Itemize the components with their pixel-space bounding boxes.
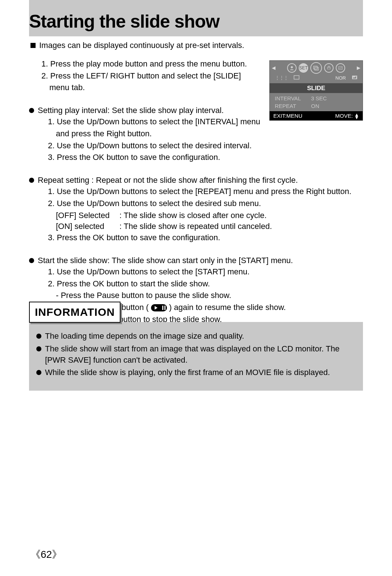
svg-point-0 (291, 66, 293, 68)
move-label: MOVE: ▲▼ (335, 112, 359, 120)
svg-rect-2 (315, 67, 318, 70)
round-bullet-icon (36, 370, 41, 375)
start-head: Start the slide show: The slide show can… (38, 255, 293, 266)
start-step-1: 1. Use the Up/Down buttons to select the… (48, 266, 363, 278)
svg-rect-3 (327, 67, 330, 69)
repeat-head: Repeat setting : Repeat or not the slide… (38, 175, 298, 186)
round-bullet-icon (29, 178, 34, 183)
grid-icon: ⋮⋮⋮ (275, 74, 288, 82)
person-icon (287, 63, 297, 73)
lcd-sub-row: ⋮⋮⋮ NOR (270, 74, 363, 83)
slide-icon (310, 62, 322, 74)
interval-step-3: 3. Press the OK button to save the confi… (48, 152, 363, 163)
lcd-bottom-bar: EXIT:MENU MOVE: ▲▼ (270, 111, 363, 120)
rect-icon (294, 74, 299, 82)
round-bullet-icon (29, 258, 34, 263)
information-box: INFORMATION The loading time depends on … (29, 302, 363, 391)
interval-head: Setting play interval: Set the slide sho… (38, 105, 224, 116)
start-sub-1: - Press the Pause button to pause the sl… (56, 290, 363, 301)
interval-step-2: 2. Use the Up/Down buttons to select the… (48, 140, 363, 152)
main-content: Images can be displayed continuously at … (29, 40, 363, 326)
repeat-step-1: 1. Use the Up/Down buttons to select the… (48, 186, 363, 197)
nor-label: NOR (335, 75, 346, 81)
info-title: INFORMATION (29, 302, 121, 323)
round-bullet-icon (36, 334, 41, 339)
svg-rect-1 (314, 66, 317, 69)
svg-rect-6 (294, 76, 299, 79)
exit-label: EXIT:MENU (273, 112, 302, 120)
svg-rect-7 (352, 76, 357, 79)
info-title-wrap: INFORMATION (29, 302, 121, 323)
updown-icon: ▲▼ (354, 113, 359, 119)
repeat-step-2: 2. Use the Up/Down buttons to select the… (48, 198, 363, 209)
round-bullet-icon (36, 346, 41, 351)
right-arrow-icon: ▶ (357, 65, 360, 71)
lcd-preview: ◀ SET ▶ ⋮⋮⋮ NOR SLIDE INTERVAL3 SEC REPE… (269, 60, 363, 121)
page-number: 《62》 (30, 547, 62, 561)
mountain-icon (352, 74, 358, 82)
svg-rect-4 (328, 66, 330, 67)
page-title: Starting the slide show (29, 9, 363, 34)
repeat-def-on: [ON] selected : The slide show is repeat… (56, 221, 363, 232)
intro-text: Images can be displayed continuously at … (39, 40, 244, 51)
square-bullet-icon (30, 43, 36, 48)
repeat-def-off: [OFF] Selected : The slide show is close… (56, 210, 363, 221)
repeat-step-3: 3. Press the OK button to save the confi… (48, 232, 363, 243)
info-item-2: The slide show will start from an image … (36, 343, 356, 366)
info-body: The loading time depends on the image si… (29, 322, 363, 391)
info-item-1: The loading time depends on the image si… (36, 331, 356, 342)
lcd-icon-row: ◀ SET ▶ (270, 61, 363, 74)
round-bullet-icon (29, 108, 34, 113)
intro-line: Images can be displayed continuously at … (30, 40, 363, 51)
lcd-row-repeat: REPEATON (275, 102, 358, 110)
image-icon (336, 63, 345, 73)
start-step-2: 2. Press the OK button to start the slid… (48, 278, 363, 290)
lcd-row-interval: INTERVAL3 SEC (275, 94, 358, 102)
info-item-3: While the slide show is playing, only th… (36, 367, 356, 378)
left-arrow-icon: ◀ (272, 65, 275, 71)
print-icon (324, 63, 334, 73)
set-icon: SET (299, 63, 308, 73)
lcd-menu-title: SLIDE (270, 83, 363, 93)
interval-step-1b: and press the Right button. (56, 128, 363, 140)
section-repeat: Repeat setting : Repeat or not the slide… (29, 175, 363, 243)
